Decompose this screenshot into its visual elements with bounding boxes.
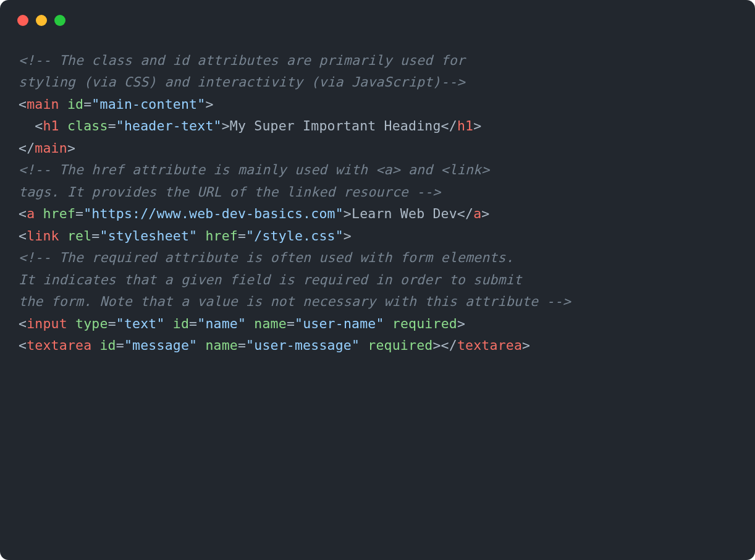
close-window-icon[interactable] — [17, 15, 28, 26]
code-comment: <!-- The href attribute is mainly used w… — [19, 162, 489, 177]
code-comment: the form. Note that a value is not neces… — [19, 294, 571, 309]
code-line-input: <input type="text" id="name" name="user-… — [19, 313, 736, 334]
code-comment: styling (via CSS) and interactivity (via… — [19, 74, 465, 90]
code-line-main-close: </main> — [19, 137, 736, 159]
window-titlebar — [0, 0, 755, 32]
code-window: <!-- The class and id attributes are pri… — [0, 0, 755, 560]
code-comment: tags. It provides the URL of the linked … — [19, 184, 441, 200]
code-line-h1: <h1 class="header-text">My Super Importa… — [19, 115, 736, 137]
code-comment: It indicates that a given field is requi… — [19, 272, 522, 287]
code-comment: <!-- The class and id attributes are pri… — [19, 53, 465, 68]
code-line-textarea: <textarea id="message" name="user-messag… — [19, 334, 736, 356]
code-line-link: <link rel="stylesheet" href="/style.css"… — [19, 225, 736, 247]
minimize-window-icon[interactable] — [36, 15, 47, 26]
code-line-anchor: <a href="https://www.web-dev-basics.com"… — [19, 203, 736, 224]
code-editor-area[interactable]: <!-- The class and id attributes are pri… — [0, 32, 755, 375]
maximize-window-icon[interactable] — [54, 15, 65, 26]
code-comment: <!-- The required attribute is often use… — [19, 250, 514, 265]
code-line-main-open: <main id="main-content"> — [19, 93, 736, 115]
